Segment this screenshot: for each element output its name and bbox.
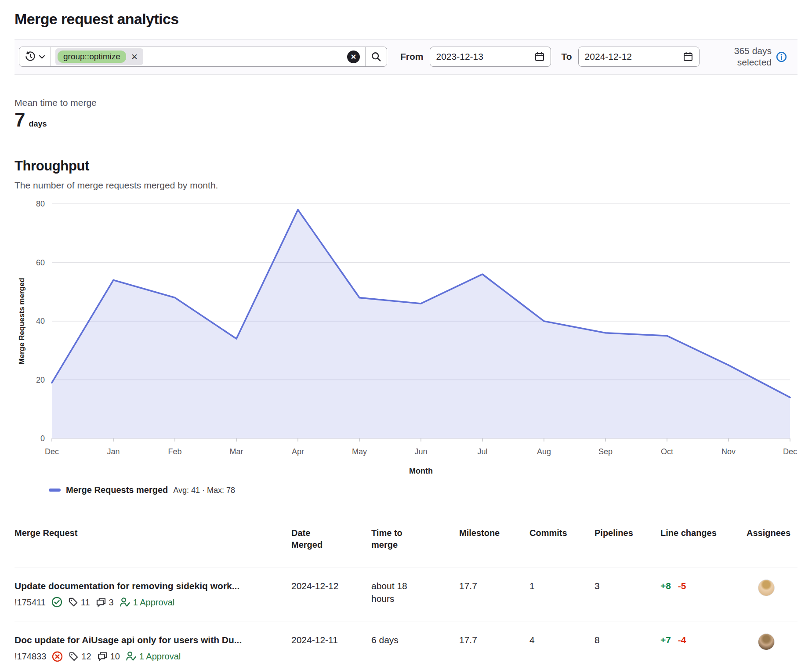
merged-check-circle-icon [51, 597, 62, 608]
label-tag-icon [68, 597, 78, 607]
labels-count: 12 [69, 650, 91, 662]
col-date-merged: Date Merged [291, 512, 371, 568]
throughput-title: Throughput [14, 158, 798, 174]
throughput-chart: 020406080DecJanFebMarAprMayJunJulAugSepO… [14, 194, 797, 482]
col-pipelines: Pipelines [594, 512, 660, 568]
label-tag-icon [69, 652, 79, 662]
calendar-icon [535, 52, 544, 62]
col-time-to-merge: Time to merge [371, 512, 459, 568]
line-changes-cell: +7 -4 [660, 622, 747, 666]
svg-text:0: 0 [40, 434, 45, 443]
stat-label: Mean time to merge [14, 98, 798, 108]
stat-unit: days [29, 119, 47, 129]
svg-text:Feb: Feb [168, 447, 181, 456]
history-icon [25, 51, 36, 62]
mr-id: !175411 [14, 596, 46, 608]
additions: +8 [660, 581, 671, 591]
commits-cell: 4 [529, 622, 594, 666]
comments-count: 3 [96, 596, 114, 608]
throughput-subtitle: The number of merge requests merged by m… [14, 180, 798, 191]
filter-token-label: group::optimize [58, 51, 126, 63]
token-close-icon[interactable]: ✕ [130, 53, 139, 61]
svg-text:Sep: Sep [598, 447, 613, 456]
svg-text:Dec: Dec [783, 447, 797, 456]
deletions: -5 [678, 581, 686, 591]
mean-time-to-merge-stat: Mean time to merge 7 days [14, 98, 798, 131]
filtered-search: group::optimize ✕ ✕ [19, 47, 387, 67]
assignees-cell [747, 622, 798, 666]
filter-token[interactable]: group::optimize ✕ [55, 48, 143, 65]
col-merge-request: Merge Request [14, 512, 291, 568]
svg-text:40: 40 [36, 317, 45, 326]
filter-bar: group::optimize ✕ ✕ From 2023-12-13 [14, 39, 798, 75]
svg-text:Apr: Apr [292, 447, 304, 456]
clear-search-button[interactable]: ✕ [347, 51, 360, 63]
to-date-value: 2024-12-12 [585, 51, 632, 62]
search-input[interactable]: group::optimize ✕ ✕ [51, 47, 365, 66]
mr-title-link[interactable]: Doc update for AiUsage api only for user… [14, 633, 284, 646]
assignee-avatar[interactable] [758, 579, 775, 596]
svg-text:Month: Month [409, 467, 433, 475]
info-icon[interactable] [776, 51, 787, 62]
svg-text:Merge Requests merged: Merge Requests merged [18, 278, 26, 364]
line-changes-cell: +8 -5 [660, 568, 747, 622]
deletions: -4 [678, 635, 686, 645]
approval-icon [120, 597, 130, 608]
commits-cell: 1 [529, 568, 594, 622]
from-date-value: 2023-12-13 [436, 51, 483, 62]
search-icon [371, 51, 381, 62]
date-merged-cell: 2024-12-11 [291, 622, 371, 666]
time-to-merge-cell: 6 days [371, 622, 459, 666]
col-line-changes: Line changes [660, 512, 747, 568]
stat-value: 7 [14, 109, 25, 131]
closed-x-circle-icon [52, 651, 63, 662]
svg-text:May: May [352, 447, 367, 456]
from-date-input[interactable]: 2023-12-13 [430, 47, 551, 67]
merge-request-table: Merge Request Date Merged Time to merge … [14, 512, 798, 666]
svg-text:Dec: Dec [45, 447, 59, 456]
svg-text:20: 20 [36, 375, 45, 384]
approval-icon [126, 651, 136, 662]
labels-count: 11 [68, 596, 90, 608]
mr-title-link[interactable]: Update documentation for removing sideki… [14, 579, 284, 592]
days-selected-text: 365 days selected [723, 45, 772, 69]
mr-id: !174833 [14, 650, 46, 662]
svg-text:Oct: Oct [661, 447, 673, 456]
col-milestone: Milestone [459, 512, 529, 568]
assignee-avatar[interactable] [758, 633, 775, 650]
additions: +7 [660, 635, 671, 645]
table-row: Doc update for AiUsage api only for user… [14, 622, 798, 666]
days-selected: 365 days selected [723, 45, 793, 69]
calendar-icon [683, 52, 693, 62]
comments-icon [97, 651, 108, 662]
svg-text:60: 60 [36, 258, 45, 267]
svg-text:Jan: Jan [107, 447, 120, 456]
pipelines-cell: 3 [594, 568, 660, 622]
page-title: Merge request analytics [14, 11, 798, 28]
legend-stats: Avg: 41 · Max: 78 [173, 486, 235, 495]
svg-text:80: 80 [36, 199, 45, 208]
pipelines-cell: 8 [594, 622, 660, 666]
svg-text:Nov: Nov [721, 447, 736, 456]
chart-legend: Merge Requests merged Avg: 41 · Max: 78 [49, 485, 798, 495]
milestone-cell: 17.7 [459, 568, 529, 622]
from-label: From [400, 51, 424, 62]
search-history-button[interactable] [19, 47, 51, 66]
comments-icon [96, 597, 106, 608]
svg-text:Mar: Mar [230, 447, 243, 456]
search-button[interactable] [365, 47, 387, 66]
legend-label: Merge Requests merged [66, 485, 168, 495]
approvals-badge: 1 Approval [120, 596, 175, 608]
col-assignees: Assignees [747, 512, 798, 568]
table-header-row: Merge Request Date Merged Time to merge … [14, 512, 798, 568]
table-row: Update documentation for removing sideki… [14, 568, 798, 622]
date-merged-cell: 2024-12-12 [291, 568, 371, 622]
comments-count: 10 [97, 650, 120, 662]
to-date-input[interactable]: 2024-12-12 [578, 47, 700, 67]
legend-swatch [49, 489, 61, 492]
svg-text:Jul: Jul [477, 447, 487, 456]
approvals-badge: 1 Approval [126, 650, 181, 662]
col-commits: Commits [529, 512, 594, 568]
assignees-cell [747, 568, 798, 622]
svg-text:Aug: Aug [537, 447, 551, 456]
